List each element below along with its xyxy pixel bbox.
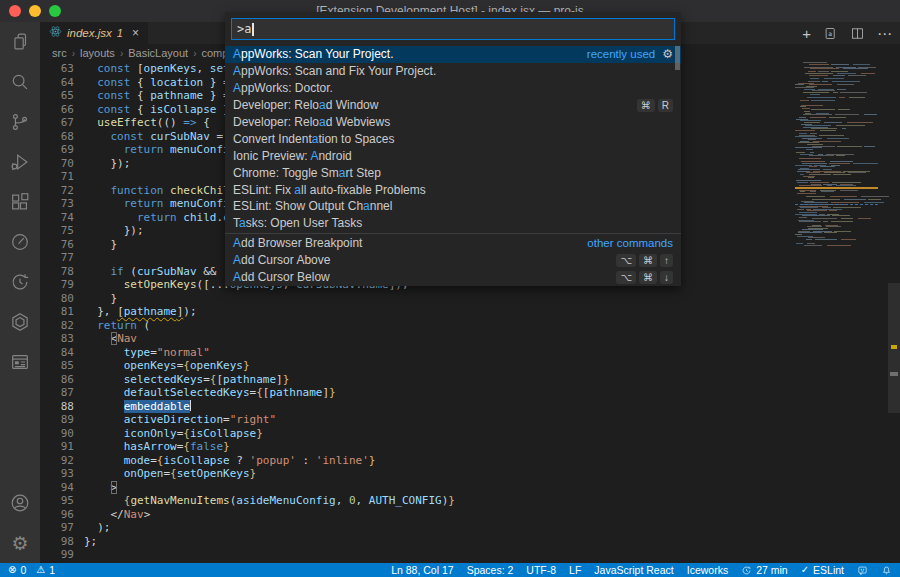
command-palette-input[interactable]: >a [231,18,675,40]
line-number[interactable]: 68 [40,130,74,144]
status-bar-item-warning[interactable]: ⚠1 [36,564,55,576]
breadcrumb-item[interactable]: layouts [80,47,115,59]
palette-item[interactable]: Developer: Reload Webviews [225,114,681,131]
status-bar-item-history[interactable]: 27 min [741,564,788,576]
code-line[interactable]: 80 } [40,292,788,306]
code-line[interactable]: 90 iconOnly={isCollapse} [40,427,788,441]
line-number[interactable]: 66 [40,103,74,117]
palette-item[interactable]: Ionic Preview: Android [225,147,681,164]
palette-item[interactable]: AppWorks: Scan and Fix Your Project. [225,63,681,80]
palette-item[interactable]: AppWorks: Doctor. [225,80,681,97]
code-line[interactable]: 98}; [40,535,788,549]
line-number[interactable]: 81 [40,305,74,319]
palette-item[interactable]: Convert Indentation to Spaces [225,130,681,147]
line-number[interactable]: 83 [40,332,74,346]
status-bar-item-error[interactable]: ⊗0 [8,564,26,576]
source-control-icon[interactable] [0,102,40,142]
line-number[interactable]: 96 [40,508,74,522]
line-number[interactable]: 78 [40,265,74,279]
code-line[interactable]: 95 {getNavMenuItems(asideMenuConfig, 0, … [40,494,788,508]
code-line[interactable]: 96 </Nav> [40,508,788,522]
explorer-icon[interactable] [0,22,40,62]
history-icon[interactable] [0,262,40,302]
code-line[interactable]: 86 selectedKeys={[pathname]} [40,373,788,387]
palette-item[interactable]: Tasks: Open User Tasks [225,215,681,232]
line-number[interactable]: 70 [40,157,74,171]
search-icon[interactable] [0,62,40,102]
new-file-icon[interactable]: + [802,26,811,41]
configure-command-icon[interactable]: ⚙ [662,47,673,61]
line-number[interactable]: 89 [40,413,74,427]
breadcrumb-item[interactable]: BasicLayout [128,47,188,59]
tab-index-jsx[interactable]: index.jsx 1 × [40,22,148,44]
code-line[interactable]: 84 type="normal" [40,346,788,360]
line-number[interactable]: 97 [40,521,74,535]
status-bar-item-utf-8[interactable]: UTF-8 [526,564,556,576]
code-line[interactable]: 94 > [40,481,788,495]
status-bar-item-javascript-react[interactable]: JavaScript React [594,564,673,576]
line-number[interactable]: 90 [40,427,74,441]
code-line[interactable]: 99 [40,548,788,562]
status-bar-item-iceworks[interactable]: Iceworks [687,564,728,576]
line-number[interactable]: 86 [40,373,74,387]
code-line[interactable]: 89 activeDirection="right" [40,413,788,427]
line-number[interactable]: 88 [40,400,74,414]
minimap[interactable] [795,62,878,258]
line-number[interactable]: 64 [40,76,74,90]
dashboard-icon[interactable] [0,222,40,262]
split-editor-icon[interactable] [850,26,865,41]
line-number[interactable]: 82 [40,319,74,333]
line-number[interactable]: 87 [40,386,74,400]
line-number[interactable]: 85 [40,359,74,373]
line-number[interactable]: 84 [40,346,74,360]
account-icon[interactable] [0,483,40,523]
status-bar-item-ln-88-col-17[interactable]: Ln 88, Col 17 [391,564,453,576]
palette-item[interactable]: Add Browser Breakpointother commands [225,235,681,252]
line-number[interactable]: 76 [40,238,74,252]
line-number[interactable]: 80 [40,292,74,306]
status-bar-item-check[interactable]: ✓ESLint [801,564,844,576]
line-number[interactable]: 93 [40,467,74,481]
code-line[interactable]: 92 mode={isCollapse ? 'popup' : 'inline'… [40,454,788,468]
line-number[interactable]: 65 [40,89,74,103]
line-number[interactable]: 74 [40,211,74,225]
line-number[interactable]: 75 [40,224,74,238]
macos-close-button[interactable] [9,5,21,17]
open-preview-icon[interactable]: a [823,26,838,41]
appworks-icon[interactable] [0,302,40,342]
line-number[interactable]: 69 [40,143,74,157]
code-line[interactable]: 97 ); [40,521,788,535]
line-number[interactable]: 71 [40,170,74,184]
code-line[interactable]: 88 embeddable [40,400,788,414]
palette-item[interactable]: Chrome: Toggle Smart Step [225,164,681,181]
line-number[interactable]: 98 [40,535,74,549]
line-number[interactable]: 63 [40,62,74,76]
palette-item[interactable]: AppWorks: Scan Your Project.recently use… [225,46,681,63]
line-number[interactable]: 67 [40,116,74,130]
palette-item[interactable]: Add Cursor Above⌥⌘↑ [225,252,681,269]
palette-scrollbar-thumb[interactable] [675,46,680,70]
editor-scrollbar[interactable] [888,62,900,563]
code-line[interactable]: 81 }, [pathname]); [40,305,788,319]
line-number[interactable]: 77 [40,251,74,265]
line-number[interactable]: 92 [40,454,74,468]
macos-zoom-button[interactable] [49,5,61,17]
line-number[interactable]: 73 [40,197,74,211]
line-number[interactable]: 79 [40,278,74,292]
line-number[interactable]: 91 [40,440,74,454]
status-bar-item-feedback[interactable] [857,565,868,576]
status-bar-item-bell[interactable] [881,565,892,576]
settings-icon[interactable]: ⚙ [0,523,40,563]
line-number[interactable]: 99 [40,548,74,562]
code-line[interactable]: 87 defaultSelectedKeys={[pathname]} [40,386,788,400]
line-number[interactable]: 72 [40,184,74,198]
palette-item[interactable]: ESLint: Show Output Channel [225,198,681,215]
webview-preview-icon[interactable] [0,342,40,382]
status-bar-item-lf[interactable]: LF [569,564,581,576]
more-actions-icon[interactable]: ⋯ [877,26,892,41]
breadcrumb-item[interactable]: src [52,47,67,59]
code-line[interactable]: 83 <Nav [40,332,788,346]
extensions-icon[interactable] [0,182,40,222]
palette-item[interactable]: ESLint: Fix all auto-fixable Problems [225,181,681,198]
palette-item[interactable]: Add Cursor Below⌥⌘↓ [225,269,681,286]
